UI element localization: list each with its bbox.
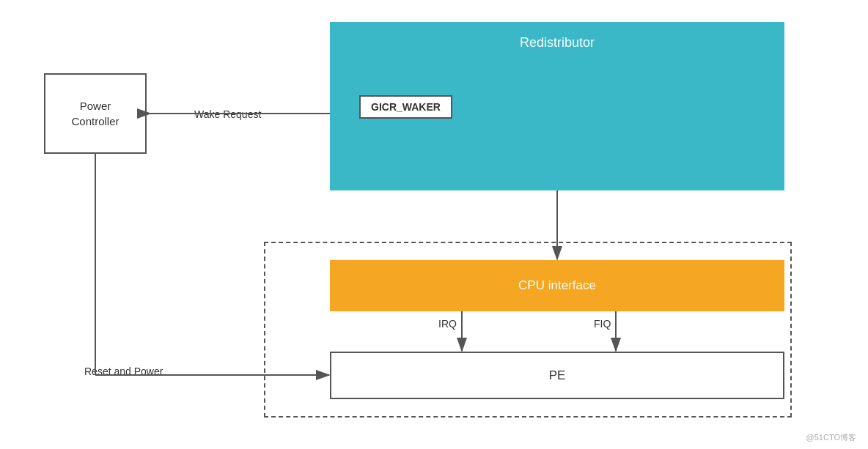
power-controller-label: PowerController [71, 98, 119, 129]
pe-label: PE [549, 368, 566, 383]
fiq-label: FIQ [594, 318, 611, 330]
reset-power-label: Reset and Power [84, 365, 163, 377]
watermark: @51CTO博客 [806, 432, 856, 443]
gicr-waker-box: GICR_WAKER [359, 95, 452, 119]
irq-label: IRQ [438, 318, 457, 330]
cpu-interface-label: CPU interface [518, 278, 596, 293]
redistributor-title: Redistributor [520, 35, 595, 51]
wake-request-label: Wake Request [194, 108, 261, 120]
power-controller-box: PowerController [44, 73, 147, 154]
pe-box: PE [330, 352, 784, 399]
cpu-interface-box: CPU interface [330, 260, 784, 311]
gicr-waker-label: GICR_WAKER [371, 101, 441, 113]
diagram-container: PowerController Redistributor GICR_WAKER… [0, 0, 868, 449]
